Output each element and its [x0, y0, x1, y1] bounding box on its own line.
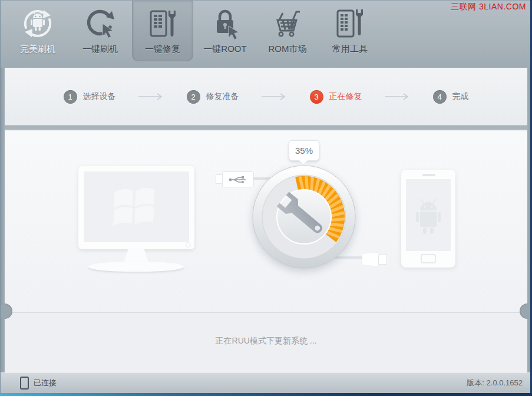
status-bar: 已连接 版本: 2.0.0.1652 [0, 372, 532, 393]
windows-logo-icon [84, 171, 189, 242]
shopping-cart-icon [271, 7, 304, 40]
usb-plug-body [222, 171, 254, 187]
watermark: 三联网 3LIAN.COM [451, 2, 526, 12]
toolbar-item-one-key-flash[interactable]: 一键刷机 [70, 0, 131, 68]
progress-percent-label: 35% [295, 146, 313, 156]
flash-refresh-cursor-icon [84, 7, 117, 40]
window-frame-edge [0, 393, 532, 396]
step-indicator: 1 选择设备 2 修复准备 3 正在修复 4 完成 [5, 68, 527, 125]
step-repairing: 3 正在修复 [310, 90, 362, 104]
monitor-base [88, 262, 184, 272]
computer-monitor-illustration [78, 166, 194, 249]
toolbar-item-label: 一键刷机 [82, 44, 118, 55]
toolbar-item-label: 完美刷机 [20, 44, 55, 55]
section-separator [5, 125, 527, 130]
android-robot-icon [410, 194, 447, 236]
toolbar-item-rom-market[interactable]: ROM市场 [257, 0, 318, 68]
step-finish: 4 完成 [433, 90, 469, 104]
toolbar-item-label: ROM市场 [269, 44, 307, 55]
monitor-stand [124, 249, 148, 263]
toolbar-item-label: 常用工具 [332, 44, 368, 55]
step-number-badge: 3 [310, 90, 323, 104]
step-label: 正在修复 [329, 91, 362, 102]
progress-tooltip: 35% [289, 140, 319, 161]
micro-usb-plug-body [362, 252, 379, 266]
usb-trident-icon [228, 176, 248, 184]
step-label: 完成 [452, 91, 469, 102]
window-frame-edge [0, 0, 1, 396]
step-repair-prepare: 2 修复准备 [187, 90, 239, 104]
phone-speaker [422, 174, 435, 176]
monitor-screen [84, 171, 189, 242]
toolbar-item-home[interactable]: 完美刷机 [7, 0, 68, 68]
android-phone-illustration [401, 170, 455, 268]
step-label: 修复准备 [206, 91, 239, 102]
toolbar-item-one-key-root[interactable]: 一键ROOT [194, 0, 256, 68]
connection-status-label: 已连接 [34, 378, 57, 388]
phone-wrench-tools-icon [333, 7, 366, 40]
step-select-device: 1 选择设备 [64, 90, 116, 104]
phone-connected-icon [20, 377, 29, 390]
version-label: 版本: 2.0.0.1652 [467, 378, 523, 388]
window-left-border [0, 68, 5, 393]
monitor-power-light [186, 242, 191, 248]
step-label: 选择设备 [83, 91, 116, 102]
toolbar-item-one-key-repair[interactable]: 一键修复 [132, 0, 193, 61]
step-arrow-icon [137, 93, 166, 101]
step-number-badge: 4 [433, 90, 447, 104]
android-refresh-logo-icon [21, 7, 54, 40]
window-frame-edge [0, 0, 532, 1]
step-number-badge: 1 [64, 90, 77, 104]
connection-status: 已连接 [20, 377, 57, 390]
step-arrow-icon [260, 93, 289, 101]
toolbar-item-label: 一键ROOT [203, 44, 246, 55]
phone-screen [406, 179, 451, 251]
main-content: 35% 正在RUU模式下更新系统 ... [5, 130, 527, 372]
toolbar-item-label: 一键修复 [145, 44, 180, 55]
step-number-badge: 2 [187, 90, 200, 104]
step-arrow-icon [384, 93, 412, 101]
status-message: 正在RUU模式下更新系统 ... [5, 336, 527, 346]
lock-cursor-root-icon [209, 7, 242, 40]
toolbar-item-common-tools[interactable]: 常用工具 [319, 0, 381, 68]
repair-progress-dial [251, 164, 357, 270]
phone-wrench-repair-icon [146, 7, 179, 40]
app-window: 完美刷机 一键刷机 一键修复 [0, 0, 532, 396]
micro-usb-plug-tip [378, 255, 387, 265]
phone-home-button [421, 254, 436, 263]
